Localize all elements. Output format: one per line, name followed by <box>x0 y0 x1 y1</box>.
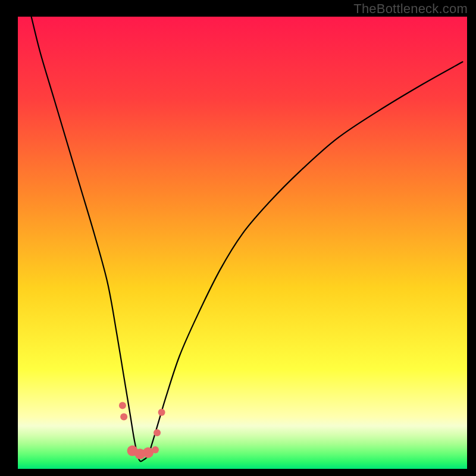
marker-dot <box>154 429 161 436</box>
marker-dot <box>152 446 159 453</box>
gradient-bg <box>18 17 467 469</box>
plot-area <box>18 17 467 469</box>
chart-frame: TheBottleneck.com <box>0 0 476 476</box>
marker-dot <box>119 402 126 409</box>
marker-dot <box>120 414 127 421</box>
marker-dot <box>158 409 165 416</box>
plot-svg <box>18 17 467 469</box>
watermark-text: TheBottleneck.com <box>353 1 468 17</box>
marker-dot <box>143 447 154 458</box>
